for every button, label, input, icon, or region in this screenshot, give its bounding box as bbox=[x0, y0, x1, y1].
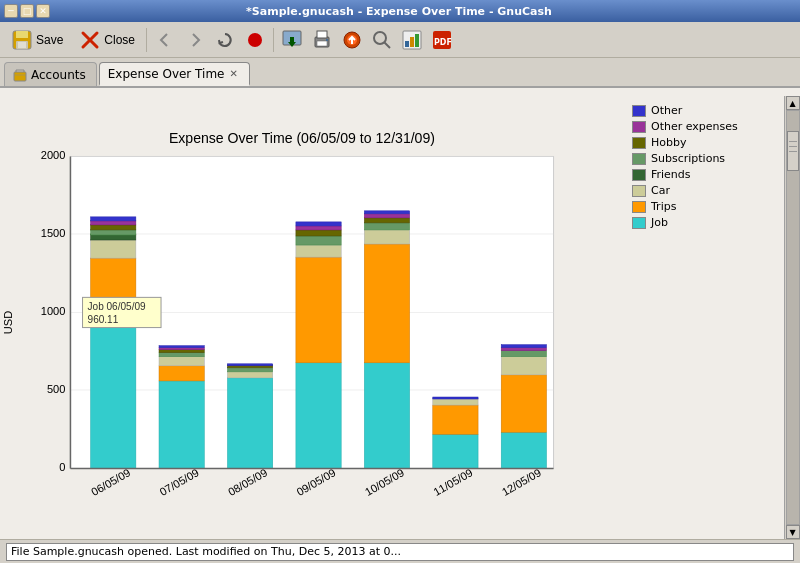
svg-rect-54 bbox=[227, 372, 272, 378]
svg-rect-61 bbox=[296, 236, 341, 245]
legend-item-job: Job bbox=[632, 216, 776, 229]
svg-rect-70 bbox=[364, 214, 409, 218]
svg-text:12/05/09: 12/05/09 bbox=[500, 466, 543, 498]
svg-rect-47 bbox=[159, 366, 204, 381]
legend-label-car: Car bbox=[651, 184, 670, 197]
svg-rect-78 bbox=[501, 357, 546, 375]
svg-text:500: 500 bbox=[47, 383, 65, 395]
svg-rect-58 bbox=[296, 363, 341, 469]
svg-rect-21 bbox=[410, 37, 414, 47]
svg-text:2000: 2000 bbox=[41, 149, 66, 161]
legend-label-other-expenses: Other expenses bbox=[651, 120, 738, 133]
tab-expense-label: Expense Over Time bbox=[108, 67, 225, 81]
svg-text:Job 06/05/09: Job 06/05/09 bbox=[88, 301, 147, 312]
svg-rect-42 bbox=[91, 230, 136, 235]
svg-rect-43 bbox=[91, 225, 136, 230]
svg-rect-75 bbox=[433, 397, 478, 399]
close-button[interactable]: Close bbox=[72, 26, 142, 54]
svg-rect-63 bbox=[296, 226, 341, 230]
scroll-track[interactable] bbox=[786, 110, 800, 525]
legend-item-friends: Friends bbox=[632, 168, 776, 181]
save-icon bbox=[11, 29, 33, 51]
legend-color-other-expenses bbox=[632, 121, 646, 133]
chart-area: Expense Over Time (06/05/09 to 12/31/09)… bbox=[0, 96, 624, 539]
legend-color-other bbox=[632, 105, 646, 117]
svg-rect-60 bbox=[296, 245, 341, 257]
toolbar: Save Close bbox=[0, 22, 800, 58]
svg-rect-73 bbox=[433, 405, 478, 434]
svg-text:08/05/09: 08/05/09 bbox=[226, 466, 269, 498]
legend-color-friends bbox=[632, 169, 646, 181]
tab-bar: Accounts Expense Over Time ✕ bbox=[0, 58, 800, 88]
svg-rect-22 bbox=[415, 34, 419, 47]
tab-accounts-label: Accounts bbox=[31, 68, 86, 82]
svg-rect-62 bbox=[296, 230, 341, 236]
svg-rect-67 bbox=[364, 230, 409, 244]
export-button[interactable] bbox=[338, 26, 366, 54]
pdf-button[interactable]: PDF bbox=[428, 26, 456, 54]
download-button[interactable] bbox=[278, 26, 306, 54]
svg-rect-64 bbox=[296, 222, 341, 226]
tab-expense-over-time[interactable]: Expense Over Time ✕ bbox=[99, 62, 250, 86]
svg-rect-71 bbox=[364, 211, 409, 214]
legend-color-hobby bbox=[632, 137, 646, 149]
y-axis-label: USD bbox=[2, 311, 14, 334]
svg-rect-48 bbox=[159, 357, 204, 366]
svg-point-6 bbox=[248, 33, 262, 47]
scrollbar[interactable]: ▲ ▼ bbox=[784, 96, 800, 539]
legend-label-job: Job bbox=[651, 216, 668, 229]
status-bar: File Sample.gnucash opened. Last modifie… bbox=[0, 539, 800, 563]
close-icon bbox=[79, 29, 101, 51]
window-controls[interactable]: ─ □ ✕ bbox=[4, 4, 50, 18]
svg-rect-59 bbox=[296, 257, 341, 363]
close-window-button[interactable]: ✕ bbox=[36, 4, 50, 18]
find-button[interactable] bbox=[368, 26, 396, 54]
refresh-button[interactable] bbox=[211, 26, 239, 54]
legend-color-car bbox=[632, 185, 646, 197]
svg-rect-65 bbox=[364, 363, 409, 469]
scroll-down-button[interactable]: ▼ bbox=[786, 525, 800, 539]
close-label: Close bbox=[104, 33, 135, 47]
legend-item-trips: Trips bbox=[632, 200, 776, 213]
svg-line-18 bbox=[384, 42, 390, 48]
save-label: Save bbox=[36, 33, 63, 47]
svg-rect-72 bbox=[433, 434, 478, 468]
legend-label-other: Other bbox=[651, 104, 682, 117]
svg-text:09/05/09: 09/05/09 bbox=[294, 466, 337, 498]
chart-button[interactable] bbox=[398, 26, 426, 54]
svg-rect-40 bbox=[91, 240, 136, 258]
svg-rect-52 bbox=[159, 346, 204, 348]
maximize-button[interactable]: □ bbox=[20, 4, 34, 18]
legend-color-subscriptions bbox=[632, 153, 646, 165]
tab-close-button[interactable]: ✕ bbox=[229, 68, 239, 79]
back-button[interactable] bbox=[151, 26, 179, 54]
separator-2 bbox=[273, 28, 274, 52]
print-button[interactable] bbox=[308, 26, 336, 54]
separator-1 bbox=[146, 28, 147, 52]
svg-rect-25 bbox=[14, 72, 26, 81]
forward-button[interactable] bbox=[181, 26, 209, 54]
svg-rect-77 bbox=[501, 375, 546, 432]
status-message: File Sample.gnucash opened. Last modifie… bbox=[11, 545, 401, 558]
minimize-button[interactable]: ─ bbox=[4, 4, 18, 18]
scroll-up-button[interactable]: ▲ bbox=[786, 96, 800, 110]
tab-accounts[interactable]: Accounts bbox=[4, 62, 97, 86]
accounts-icon bbox=[13, 68, 27, 82]
window-title: *Sample.gnucash - Expense Over Time - Gn… bbox=[50, 5, 748, 18]
legend-color-trips bbox=[632, 201, 646, 213]
svg-text:PDF: PDF bbox=[434, 38, 452, 47]
legend-color-job bbox=[632, 217, 646, 229]
record-button[interactable] bbox=[241, 26, 269, 54]
svg-rect-53 bbox=[227, 378, 272, 469]
save-button[interactable]: Save bbox=[4, 26, 70, 54]
legend-label-hobby: Hobby bbox=[651, 136, 686, 149]
svg-rect-57 bbox=[227, 364, 272, 366]
svg-rect-12 bbox=[317, 41, 327, 46]
svg-text:1000: 1000 bbox=[41, 305, 66, 317]
svg-rect-79 bbox=[501, 351, 546, 357]
svg-rect-80 bbox=[501, 348, 546, 351]
legend-item-other-expenses: Other expenses bbox=[632, 120, 776, 133]
status-text: File Sample.gnucash opened. Last modifie… bbox=[6, 543, 794, 561]
svg-text:06/05/09: 06/05/09 bbox=[89, 466, 132, 498]
svg-rect-69 bbox=[364, 218, 409, 223]
